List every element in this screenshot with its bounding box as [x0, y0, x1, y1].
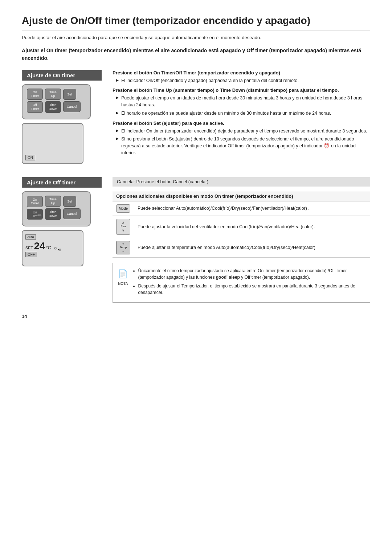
set-label: SET — [25, 246, 33, 250]
cancel-bar: Cancelar Presione el botón Cancel (cance… — [113, 177, 370, 187]
step-3-bullet-2: Si no presiona el botón Set(ajustar) den… — [116, 136, 370, 156]
step-3-bullets: El indicador On timer (temporizador ence… — [113, 128, 370, 156]
step-1-bullets: El indicador On/Off (encendido y apagado… — [113, 77, 370, 84]
step-1-bullet-1: El indicador On/Off (encendido y apagado… — [116, 77, 370, 84]
temp-unit: °C — [46, 245, 52, 250]
off-indicator: OFF — [25, 252, 37, 257]
page-title: Ajuste de On/Off timer (temporizador enc… — [22, 15, 370, 30]
off-timer-section: Ajuste de Off timer OnTimer OffTim ✏ Tim… — [22, 177, 370, 303]
on-timer-display: ON — [22, 123, 83, 164]
auto-indicator: Auto — [25, 234, 36, 240]
off-timer-left-buttons: OnTimer OffTim ✏ — [27, 196, 43, 220]
on-timer-left: Ajuste de On timer OnTimer OffTimer Time… — [22, 70, 102, 166]
off-cancel-button[interactable]: Cancel — [63, 208, 81, 219]
nota-text: Únicamente el último temporizador ajusta… — [132, 267, 365, 298]
on-timer-button[interactable]: OnTimer — [27, 89, 43, 100]
options-title: Opciones adicionales disponibles en modo… — [113, 191, 370, 201]
on-timer-label: Ajuste de On timer — [22, 70, 102, 81]
nota-bullet-2: Después de ajustar el Temporizador, el t… — [138, 283, 365, 296]
off-timer-label: Ajuste de Off timer — [22, 177, 102, 188]
off-on-timer-button[interactable]: OnTimer — [27, 196, 43, 208]
step-1-title: Presione el botón On Timer/Off Timer (te… — [113, 70, 370, 75]
time-down-button[interactable]: TimeDown — [45, 101, 61, 113]
nota-bullet-1: Únicamente el último temporizador ajusta… — [138, 267, 365, 281]
off-timer-remote: OnTimer OffTim ✏ TimeUp TimeDown Set Can… — [22, 191, 91, 226]
nota-icon-col: 📄 NOTA — [118, 267, 128, 298]
off-timer-display: Auto SET 24 °C ☼●|| OFF — [22, 230, 83, 266]
off-time-down-button[interactable]: TimeDown — [45, 208, 61, 220]
option-temp-text: Puede ajustar la temperatura en modo Aut… — [134, 238, 370, 257]
option-row-temp: + Temp − Puede ajustar la temperatura en… — [113, 238, 370, 257]
set-button[interactable]: Set — [63, 89, 76, 100]
step-2: Presione el botón Time Up (aumentar tiem… — [113, 87, 370, 116]
option-fan-icon: ∧ Fan ∨ — [113, 216, 134, 238]
on-timer-remote: OnTimer OffTimer TimeUp TimeDown Set Can… — [22, 84, 91, 119]
off-timer-button[interactable]: OffTimer — [27, 101, 43, 113]
step-3: Presione el botón Set (ajustar) para que… — [113, 120, 370, 156]
option-row-fan: ∧ Fan ∨ Puede ajustar la velocidad del v… — [113, 216, 370, 238]
bold-intro: Ajustar el On timer (temporizador encend… — [22, 47, 370, 62]
time-up-button[interactable]: TimeUp — [45, 89, 61, 100]
off-timer-top-buttons: OnTimer OffTim ✏ TimeUp TimeDown Set Can… — [27, 196, 81, 220]
step-list: Presione el botón On Timer/Off Timer (te… — [113, 70, 370, 156]
step-3-title: Presione el botón Set (ajustar) para que… — [113, 120, 370, 126]
option-fan-text: Puede ajustar la velocidad del ventilado… — [134, 216, 370, 238]
temp-icon-box: + Temp − — [116, 241, 130, 254]
temp-display: 24 — [34, 241, 45, 251]
mode-icon-box: Mode — [116, 204, 130, 213]
step-3-bullet-1: El indicador On timer (temporizador ence… — [116, 128, 370, 135]
on-timer-left-buttons: OnTimer OffTimer — [27, 89, 43, 113]
options-table: Mode Puede seleccionar Auto(automático)/… — [113, 201, 370, 258]
step-2-title: Presione el botón Time Up (aumentar tiem… — [113, 87, 370, 93]
step-2-bullets: Puede ajustar el tiempo en unidades de m… — [113, 95, 370, 116]
step-1: Presione el botón On Timer/Off Timer (te… — [113, 70, 370, 84]
option-mode-text: Puede seleccionar Auto(automático)/Cool(… — [134, 201, 370, 216]
off-timer-mid-buttons: TimeUp TimeDown — [45, 196, 61, 220]
on-timer-right-buttons: Set Cancel — [63, 89, 81, 112]
nota-label: NOTA — [118, 281, 128, 287]
nota-box: 📄 NOTA Únicamente el último temporizador… — [113, 263, 370, 303]
off-set-button[interactable]: Set — [63, 196, 76, 207]
nota-doc-icon: 📄 — [118, 269, 128, 278]
step-2-bullet-2: El horario de operación se puede ajustar… — [116, 110, 370, 117]
cancel-button[interactable]: Cancel — [63, 101, 81, 112]
off-off-timer-button[interactable]: OffTim ✏ — [27, 209, 43, 220]
page-number: 14 — [22, 314, 370, 319]
fan-icon-box: ∧ Fan ∨ — [116, 219, 130, 235]
off-timer-left: Ajuste de Off timer OnTimer OffTim ✏ Tim… — [22, 177, 102, 303]
on-indicator: ON — [25, 155, 35, 160]
off-timer-right-buttons: Set Cancel — [63, 196, 81, 219]
off-time-up-button[interactable]: TimeUp — [45, 196, 61, 207]
on-timer-steps: Presione el botón On Timer/Off Timer (te… — [113, 70, 370, 166]
on-timer-section: Ajuste de On timer OnTimer OffTimer Time… — [22, 70, 370, 166]
step-2-bullet-1: Puede ajustar el tiempo en unidades de m… — [116, 95, 370, 109]
off-timer-right: Cancelar Presione el botón Cancel (cance… — [113, 177, 370, 303]
option-temp-icon: + Temp − — [113, 238, 134, 257]
on-timer-top-buttons: OnTimer OffTimer TimeUp TimeDown Set Can… — [27, 89, 81, 113]
option-row-mode: Mode Puede seleccionar Auto(automático)/… — [113, 201, 370, 216]
on-timer-mid-buttons: TimeUp TimeDown — [45, 89, 61, 113]
option-mode-icon: Mode — [113, 201, 134, 216]
subtitle: Puede ajustar el aire acondicionado para… — [22, 35, 370, 40]
